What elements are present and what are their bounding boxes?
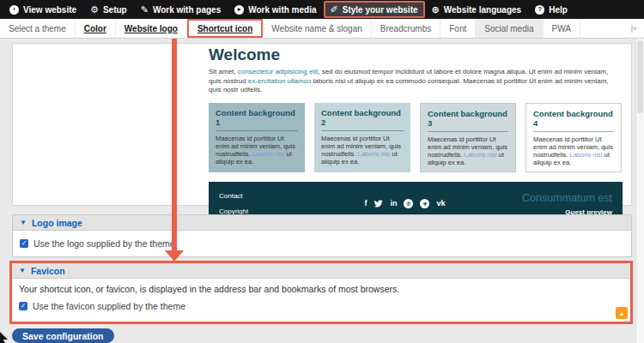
tab-font[interactable]: Font (440, 19, 476, 38)
footer-links: Contact Copyright (209, 192, 299, 215)
admin-screen: ‹ View website ⚙ Setup ✎ Work with pages… (0, 0, 644, 343)
vk-icon[interactable]: vk (436, 200, 445, 208)
scrollbar[interactable] (635, 39, 644, 343)
globe-icon: ⊕ (432, 5, 440, 15)
telegram-plane-glyph: ➤ (421, 200, 428, 208)
annotation-arrow-shaft (172, 39, 177, 250)
card-link[interactable]: Laboris nisi (358, 150, 391, 158)
section-favicon: ▼ Favicon Your shortcut icon, or favicon… (9, 261, 633, 324)
logo-image-section-header[interactable]: ▼ Logo image (13, 215, 631, 231)
collapse-triangle-icon: ▼ (20, 219, 27, 226)
favicon-section-header[interactable]: ▼ Favicon (12, 263, 630, 279)
toolbar-item-label: Style your website (343, 5, 418, 15)
use-theme-logo-checkbox[interactable]: ✓ (20, 239, 28, 248)
top-toolbar: ‹ View website ⚙ Setup ✎ Work with pages… (0, 0, 644, 19)
tab-website-name-slogan[interactable]: Website name & slogan (263, 19, 371, 38)
toolbar-item-website-languages[interactable]: ⊕ Website languages (425, 0, 529, 19)
card-title: Content background 4 (533, 109, 614, 132)
scrollbar-thumb[interactable] (637, 40, 643, 113)
toolbar-item-label: Setup (103, 5, 127, 15)
brush-icon: ✐ (331, 5, 338, 15)
collapse-triangle-icon: ▼ (19, 267, 26, 274)
tab-social-media[interactable]: Social media (476, 19, 543, 38)
section-title: Favicon (31, 266, 65, 276)
back-circle-icon: ‹ (9, 5, 19, 15)
toolbar-item-style-your-website[interactable]: ✐ Style your website (324, 1, 425, 18)
toolbar-item-label: Help (549, 5, 568, 15)
facebook-icon[interactable]: f (364, 200, 367, 208)
favicon-description: Your shortcut icon, or favicon, is displ… (19, 284, 623, 294)
intro-text: Sit amet, (209, 68, 238, 75)
toolbar-item-setup[interactable]: ⚙ Setup (83, 0, 134, 19)
footer-site-info: Consummatum est Guest preview (511, 192, 623, 216)
favicon-checkbox-row: ✓ Use the favicon supplied by the theme (19, 299, 623, 313)
toolbar-item-work-with-pages[interactable]: ✎ Work with pages (134, 0, 228, 19)
telegram-icon[interactable]: ➤ (420, 199, 429, 208)
pinterest-icon[interactable]: ℗ (404, 199, 413, 208)
website-preview: Welcome Sit amet, consectetur adipisicin… (209, 45, 623, 226)
footer-contact-link[interactable]: Contact (219, 192, 299, 200)
mouse-cursor (0, 328, 13, 343)
tab-select-a-theme[interactable]: Select a theme (0, 19, 76, 38)
tab-breadcrumbs[interactable]: Breadcrumbs (372, 19, 440, 38)
content-card-4: Content background 4 Maecenas id porttit… (526, 103, 622, 172)
tab-website-logo[interactable]: Website logo (116, 19, 187, 38)
help-circle-icon: ? (535, 5, 544, 15)
section-title: Logo image (32, 218, 82, 228)
preview-intro: Sit amet, consectetur adipisicing elit, … (209, 68, 623, 95)
site-name[interactable]: Consummatum est (511, 192, 612, 204)
save-configuration-button[interactable]: Save configuration (12, 328, 114, 343)
toolbar-item-label: View website (23, 5, 76, 15)
content-card-3: Content background 3 Maecenas id porttit… (420, 103, 516, 172)
intro-link-2[interactable]: ex-ercitation ullamco (248, 77, 311, 85)
toolbar-item-help[interactable]: ? Help (528, 0, 574, 19)
pin-sidebar-icon[interactable]: |« (631, 24, 637, 33)
card-title: Content background 1 (216, 108, 298, 131)
style-tabbar: Select a theme Color Website logo Shortc… (0, 19, 644, 39)
toolbar-item-view-website[interactable]: ‹ View website (3, 0, 83, 19)
logo-checkbox-row: ✓ Use the logo supplied by the theme (13, 231, 631, 256)
content-card-2: Content background 2 Maecenas id porttit… (314, 103, 410, 172)
card-title: Content background 2 (321, 108, 404, 131)
linkedin-icon[interactable]: in (390, 200, 397, 208)
card-link[interactable]: Laboris nisi (252, 150, 285, 158)
card-link[interactable]: Laboris nisi (570, 151, 603, 159)
toolbar-item-work-with-media[interactable]: ▸ Work with media (228, 0, 323, 19)
card-link[interactable]: Laboris nisi (465, 151, 497, 159)
content-background-cards: Content background 1 Maecenas id porttit… (209, 103, 623, 172)
gear-icon: ⚙ (90, 5, 99, 15)
annotation-arrow-head (165, 250, 184, 262)
checkbox-label: Use the logo supplied by the theme (33, 238, 175, 249)
intro-link-1[interactable]: consectetur adipisicing elit (238, 68, 318, 75)
tab-color[interactable]: Color (76, 19, 116, 38)
toolbar-item-label: Work with media (248, 5, 316, 15)
play-circle-icon: ▸ (234, 5, 244, 15)
content-card-1: Content background 1 Maecenas id porttit… (209, 103, 305, 172)
twitter-icon[interactable] (374, 200, 383, 208)
pencil-icon: ✎ (141, 5, 149, 15)
footer-social-icons: f in ℗ ➤ vk (299, 199, 511, 208)
card-title: Content background 3 (428, 109, 508, 132)
scroll-to-top-button[interactable]: ▲ (616, 307, 628, 319)
checkbox-label: Use the favicon supplied by the theme (33, 301, 185, 311)
preview-panel: Welcome Sit amet, consectetur adipisicin… (12, 43, 632, 206)
section-logo-image: ▼ Logo image ✓ Use the logo supplied by … (12, 214, 632, 257)
toolbar-item-label: Work with pages (153, 5, 221, 15)
tab-pwa[interactable]: PWA (544, 19, 580, 38)
toolbar-item-label: Website languages (444, 5, 521, 15)
preview-heading: Welcome (209, 45, 623, 64)
use-theme-favicon-checkbox[interactable]: ✓ (19, 302, 27, 310)
tab-shortcut-icon[interactable]: Shortcut icon (187, 19, 263, 38)
favicon-section-body: Your shortcut icon, or favicon, is displ… (12, 279, 630, 313)
